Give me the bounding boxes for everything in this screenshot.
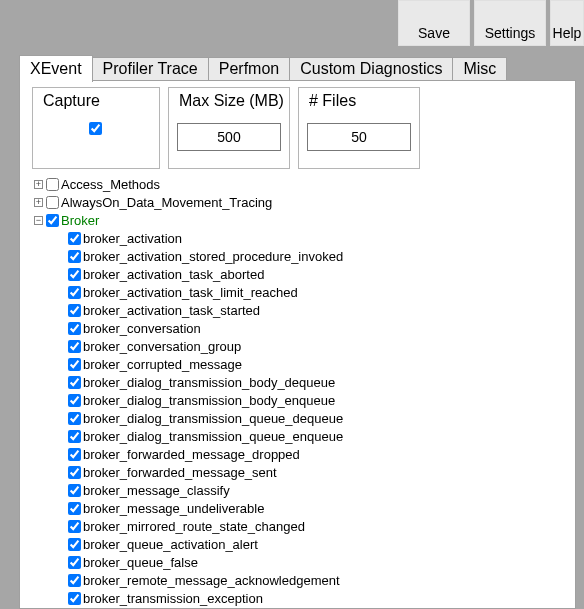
tree-checkbox[interactable] xyxy=(46,178,59,191)
tree-row: broker_activation_task_limit_reached xyxy=(34,283,571,301)
tree-checkbox[interactable] xyxy=(46,196,59,209)
help-button[interactable]: Help xyxy=(550,0,584,46)
tree-label[interactable]: broker_dialog_transmission_body_dequeue xyxy=(83,375,335,390)
tab-strip: XEvent Profiler Trace Perfmon Custom Dia… xyxy=(19,55,507,82)
tree-row: broker_conversation_group xyxy=(34,337,571,355)
tree-checkbox[interactable] xyxy=(68,376,81,389)
tree-checkbox[interactable] xyxy=(68,520,81,533)
tree-row: broker_conversation xyxy=(34,319,571,337)
tree-label[interactable]: broker_queue_false xyxy=(83,555,198,570)
tree-label[interactable]: broker_forwarded_message_sent xyxy=(83,465,277,480)
collapse-icon[interactable]: − xyxy=(34,216,43,225)
maxsize-group: Max Size (MB) 500 xyxy=(168,87,290,169)
tree-label[interactable]: broker_message_classify xyxy=(83,483,230,498)
tree-checkbox[interactable] xyxy=(68,592,81,605)
tree-checkbox[interactable] xyxy=(68,484,81,497)
tree-label[interactable]: AlwaysOn_Data_Movement_Tracing xyxy=(61,195,272,210)
tree-checkbox[interactable] xyxy=(68,250,81,263)
tab-perfmon[interactable]: Perfmon xyxy=(209,57,290,82)
event-tree: +Access_Methods+AlwaysOn_Data_Movement_T… xyxy=(20,175,575,608)
tree-label[interactable]: broker_message_undeliverable xyxy=(83,501,264,516)
tree-label[interactable]: broker_dialog_transmission_queue_enqueue xyxy=(83,429,343,444)
tree-checkbox[interactable] xyxy=(68,502,81,515)
tree-label[interactable]: broker_corrupted_message xyxy=(83,357,242,372)
tab-xevent[interactable]: XEvent xyxy=(19,55,93,82)
tree-label[interactable]: broker_activation xyxy=(83,231,182,246)
tree-label[interactable]: broker_dialog_transmission_body_enqueue xyxy=(83,393,335,408)
tab-custom-diagnostics[interactable]: Custom Diagnostics xyxy=(290,57,453,82)
tree-row: broker_message_classify xyxy=(34,481,571,499)
tree-row: −Broker xyxy=(34,211,571,229)
tree-row: broker_dialog_transmission_queue_enqueue xyxy=(34,427,571,445)
tree-checkbox[interactable] xyxy=(68,556,81,569)
tree-checkbox[interactable] xyxy=(68,322,81,335)
settings-groups: Capture Max Size (MB) 500 # Files 50 xyxy=(20,81,575,179)
event-tree-scroll[interactable]: +Access_Methods+AlwaysOn_Data_Movement_T… xyxy=(20,175,575,608)
tree-row: broker_dialog_transmission_queue_dequeue xyxy=(34,409,571,427)
tree-row: broker_queue_false xyxy=(34,553,571,571)
tree-label[interactable]: broker_mirrored_route_state_changed xyxy=(83,519,305,534)
capture-label: Capture xyxy=(43,92,100,110)
tree-label[interactable]: broker_dialog_transmission_queue_dequeue xyxy=(83,411,343,426)
tree-checkbox[interactable] xyxy=(46,214,59,227)
tree-checkbox[interactable] xyxy=(68,268,81,281)
files-input[interactable]: 50 xyxy=(307,123,411,151)
save-button[interactable]: Save xyxy=(398,0,470,46)
xevent-panel: Capture Max Size (MB) 500 # Files 50 +Ac… xyxy=(19,80,576,609)
tree-label[interactable]: broker_queue_activation_alert xyxy=(83,537,258,552)
tree-row: broker_queue_activation_alert xyxy=(34,535,571,553)
tree-checkbox[interactable] xyxy=(68,412,81,425)
tree-row: broker_mirrored_route_state_changed xyxy=(34,517,571,535)
tree-row: broker_activation_task_aborted xyxy=(34,265,571,283)
tree-checkbox[interactable] xyxy=(68,394,81,407)
tree-row: broker_dialog_transmission_body_enqueue xyxy=(34,391,571,409)
toolbar: Save Settings Help xyxy=(398,0,584,46)
tree-row: broker_forwarded_message_sent xyxy=(34,463,571,481)
tree-row: broker_remote_message_acknowledgement xyxy=(34,571,571,589)
tree-row: broker_dialog_transmission_body_dequeue xyxy=(34,373,571,391)
maxsize-label: Max Size (MB) xyxy=(179,92,284,110)
maxsize-input[interactable]: 500 xyxy=(177,123,281,151)
tree-checkbox[interactable] xyxy=(68,538,81,551)
files-group: # Files 50 xyxy=(298,87,420,169)
tree-label[interactable]: broker_forwarded_message_dropped xyxy=(83,447,300,462)
tree-label[interactable]: Access_Methods xyxy=(61,177,160,192)
tree-label[interactable]: broker_conversation xyxy=(83,321,201,336)
files-label: # Files xyxy=(309,92,356,110)
tab-misc[interactable]: Misc xyxy=(453,57,507,82)
tree-checkbox[interactable] xyxy=(68,358,81,371)
tree-label[interactable]: broker_remote_message_acknowledgement xyxy=(83,573,340,588)
tree-row: broker_activation_stored_procedure_invok… xyxy=(34,247,571,265)
tree-row: broker_forwarded_message_dropped xyxy=(34,445,571,463)
tree-label[interactable]: broker_activation_task_limit_reached xyxy=(83,285,298,300)
capture-checkbox[interactable] xyxy=(89,122,102,135)
tree-label[interactable]: Broker xyxy=(61,213,99,228)
tree-label[interactable]: broker_activation_task_started xyxy=(83,303,260,318)
tree-row: broker_activation_task_started xyxy=(34,301,571,319)
tree-label[interactable]: broker_transmission_exception xyxy=(83,591,263,606)
tree-row: +Access_Methods xyxy=(34,175,571,193)
tree-label[interactable]: broker_activation_stored_procedure_invok… xyxy=(83,249,343,264)
tree-row: +AlwaysOn_Data_Movement_Tracing xyxy=(34,193,571,211)
tree-checkbox[interactable] xyxy=(68,574,81,587)
settings-button[interactable]: Settings xyxy=(474,0,546,46)
tree-row: broker_transmission_exception xyxy=(34,589,571,607)
tree-row: broker_corrupted_message xyxy=(34,355,571,373)
tree-label[interactable]: broker_activation_task_aborted xyxy=(83,267,264,282)
tree-checkbox[interactable] xyxy=(68,232,81,245)
capture-group: Capture xyxy=(32,87,160,169)
tree-row: broker_message_undeliverable xyxy=(34,499,571,517)
tree-checkbox[interactable] xyxy=(68,466,81,479)
tree-label[interactable]: broker_conversation_group xyxy=(83,339,241,354)
tree-checkbox[interactable] xyxy=(68,304,81,317)
tree-row: broker_activation xyxy=(34,229,571,247)
tree-checkbox[interactable] xyxy=(68,340,81,353)
tree-checkbox[interactable] xyxy=(68,430,81,443)
tab-profiler-trace[interactable]: Profiler Trace xyxy=(93,57,209,82)
tree-checkbox[interactable] xyxy=(68,448,81,461)
expand-icon[interactable]: + xyxy=(34,198,43,207)
expand-icon[interactable]: + xyxy=(34,180,43,189)
tree-checkbox[interactable] xyxy=(68,286,81,299)
